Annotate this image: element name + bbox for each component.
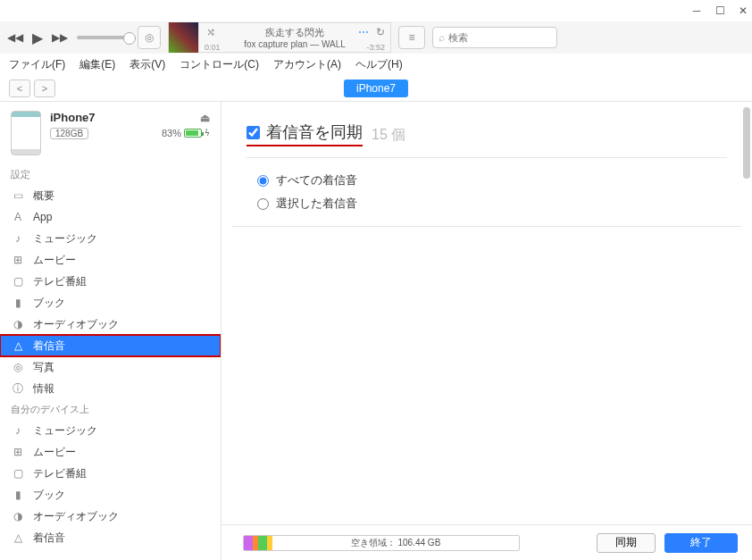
sidebar-item-label: 着信音 [33,531,65,546]
info-icon: ⓘ [11,381,25,396]
shuffle-icon: ⤭ [206,26,215,38]
sidebar-item-label: ムービー [33,445,76,460]
sidebar-item-books[interactable]: ▮ブック [0,484,221,506]
movies-icon: ⊞ [11,445,25,459]
sidebar-item-label: ブック [33,296,65,311]
sidebar-item-tv[interactable]: ▢テレビ番組 [0,463,221,484]
back-button[interactable]: < [9,79,30,97]
sidebar-section-device: 自分のデバイス上 [0,399,221,420]
device-tab[interactable]: iPhone7 [344,79,408,97]
apps-icon: A [11,210,25,224]
tv-icon: ▢ [11,274,25,288]
sidebar-item-label: ミュージック [33,231,97,247]
forward-button[interactable]: > [34,79,55,97]
volume-slider[interactable] [77,36,130,39]
now-playing[interactable]: ⤭ 疾走する閃光 fox capture plan — WALL ⋯ ↻ 0:0… [168,22,391,53]
repeat-icon[interactable]: ↻ [376,26,385,38]
sidebar-item-label: 写真 [33,360,54,375]
sidebar-item-label: 着信音 [33,339,65,354]
sidebar-item-label: 概要 [33,188,54,204]
sidebar-item-summary[interactable]: ▭概要 [0,185,221,206]
sidebar-item-label: テレビ番組 [33,274,87,289]
menu-control[interactable]: コントロール(C) [180,57,259,72]
storage-bar: 空き領域： 106.44 GB [243,535,520,551]
sidebar-item-label: 情報 [33,381,54,397]
sidebar-item-audiobooks[interactable]: ◑オーディオブック [0,506,221,527]
toolbar: ◀◀ ▶ ▶▶ ◎ ⤭ 疾走する閃光 fox capture plan — WA… [0,21,752,54]
sidebar-item-movies[interactable]: ⊞ムービー [0,249,221,271]
menu-edit[interactable]: 編集(E) [79,57,115,72]
sync-button[interactable]: 同期 [597,533,656,553]
sidebar-item-music[interactable]: ♪ミュージック [0,228,221,249]
previous-button[interactable]: ◀◀ [7,31,23,44]
sidebar-item-apps[interactable]: AApp [0,206,221,228]
radio-selected-ringtones[interactable]: 選択した着信音 [257,196,716,212]
sidebar-item-tv[interactable]: ▢テレビ番組 [0,271,221,292]
track-title: 疾走する閃光 [265,26,324,39]
sidebar-item-books[interactable]: ▮ブック [0,292,221,313]
battery-icon [184,129,202,138]
sync-checkbox-input[interactable] [246,126,260,139]
content-pane: 着信音を同期 15 個 すべての着信音 選択した着信音 [221,102,752,560]
menu-help[interactable]: ヘルプ(H) [355,57,403,72]
sidebar-item-music[interactable]: ♪ミュージック [0,420,221,441]
sidebar-item-label: ブック [33,488,65,503]
done-button[interactable]: 終了 [664,533,738,553]
menubar: ファイル(F) 編集(E) 表示(V) コントロール(C) アカウント(A) ヘ… [0,54,752,75]
bottom-bar: 空き領域： 106.44 GB 同期 終了 [221,524,752,560]
menu-file[interactable]: ファイル(F) [9,57,65,72]
more-icon[interactable]: ⋯ [358,26,369,38]
play-button[interactable]: ▶ [32,29,43,46]
books-icon: ▮ [11,296,25,310]
sidebar-item-photos[interactable]: ◎写真 [0,356,221,378]
next-button[interactable]: ▶▶ [52,31,68,44]
device-name: iPhone7 [50,111,96,124]
sidebar-item-ringtones[interactable]: △着信音 [0,335,221,356]
time-elapsed: 0:01 [205,43,221,52]
sidebar-item-label: オーディオブック [33,317,119,332]
audiobooks-icon: ◑ [11,317,25,331]
photos-icon: ◎ [11,360,25,374]
tab-bar: < > iPhone7 [0,75,752,102]
sidebar-item-label: ミュージック [33,423,97,439]
tv-icon: ▢ [11,466,25,481]
search-box[interactable]: ⌕ [432,27,557,48]
sidebar-item-label: オーディオブック [33,509,119,524]
sidebar-item-label: テレビ番組 [33,466,87,481]
eject-icon[interactable]: ⏏ [200,112,210,124]
scrollbar[interactable] [743,107,750,179]
maximize-button[interactable]: ☐ [714,5,725,16]
sidebar-item-ringtones[interactable]: △着信音 [0,527,221,548]
summary-icon: ▭ [11,188,25,203]
list-view-button[interactable]: ≡ [398,26,425,49]
music-icon: ♪ [11,423,25,438]
search-icon: ⌕ [439,31,445,44]
device-image [11,111,41,155]
close-button[interactable]: ✕ [738,5,748,16]
sync-ringtones-checkbox[interactable]: 着信音を同期 [246,121,363,146]
album-art-icon [169,22,199,53]
device-capacity: 128GB [50,128,88,139]
window-titlebar: ─ ☐ ✕ [0,0,752,21]
airplay-button[interactable]: ◎ [138,26,161,49]
sidebar-item-movies[interactable]: ⊞ムービー [0,441,221,463]
device-battery: 83% ϟ [162,128,210,138]
sidebar-item-label: App [33,211,52,223]
radio-all-ringtones[interactable]: すべての着信音 [257,172,716,188]
minimize-button[interactable]: ─ [691,5,702,16]
time-remaining: -3:52 [366,43,385,52]
menu-account[interactable]: アカウント(A) [273,57,341,72]
ringtones-icon: △ [11,339,25,353]
sidebar-item-label: ムービー [33,253,76,268]
sidebar-section-settings: 設定 [0,164,221,185]
sidebar-item-info[interactable]: ⓘ情報 [0,378,221,399]
menu-view[interactable]: 表示(V) [130,57,165,72]
books-icon: ▮ [11,488,25,502]
sidebar: iPhone7 ⏏ 128GB 83% ϟ 設定 ▭概要AApp♪ミュージック⊞… [0,102,221,560]
search-input[interactable] [448,32,551,43]
sync-count: 15 個 [372,126,405,145]
sidebar-item-audiobooks[interactable]: ◑オーディオブック [0,313,221,335]
ringtones-icon: △ [11,531,25,545]
movies-icon: ⊞ [11,253,25,267]
playback-controls: ◀◀ ▶ ▶▶ [7,29,130,46]
